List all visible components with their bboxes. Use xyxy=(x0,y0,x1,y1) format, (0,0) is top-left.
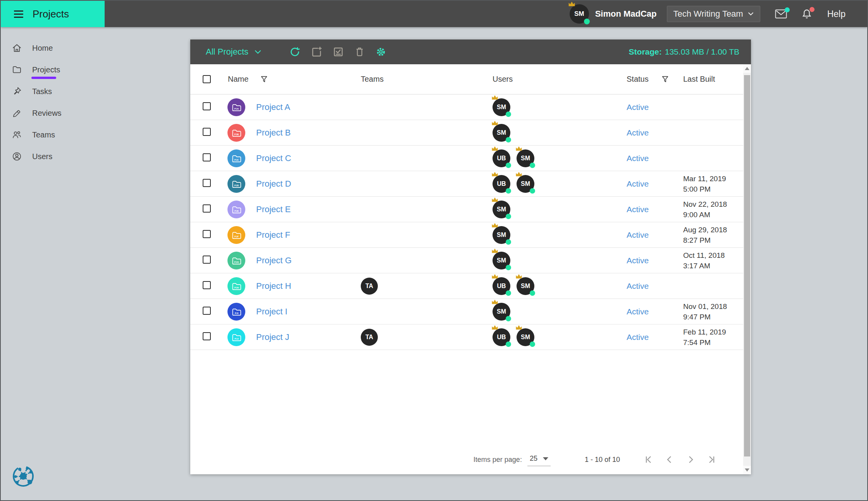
user-circle-icon xyxy=(12,151,22,161)
help-link[interactable]: Help xyxy=(827,9,846,19)
scrollbar-thumb[interactable] xyxy=(744,75,750,456)
settings-button[interactable] xyxy=(375,46,387,58)
notifications-button[interactable] xyxy=(802,9,812,19)
avatar-initials: SM xyxy=(521,180,530,187)
users-cell: SM xyxy=(493,98,620,116)
table-header-row: Name Teams Users Status Last Built xyxy=(190,64,743,94)
sidebar-item-label: Reviews xyxy=(32,109,62,118)
status-link[interactable]: Active xyxy=(627,307,649,316)
avatar-initials: UB xyxy=(497,180,506,187)
project-name-link[interactable]: Project I xyxy=(256,307,288,317)
status-link[interactable]: Active xyxy=(627,281,649,290)
row-checkbox[interactable] xyxy=(203,128,211,136)
next-page-button[interactable] xyxy=(685,454,696,465)
refresh-button[interactable] xyxy=(289,46,301,58)
svg-text:PJE: PJE xyxy=(234,209,239,212)
online-status-dot xyxy=(506,316,511,321)
project-name-link[interactable]: Project H xyxy=(256,281,291,291)
table-row: PJF Project F SM Active Aug 29, 2018 8:2… xyxy=(190,222,743,248)
avatar-initials: UB xyxy=(497,283,506,290)
row-checkbox[interactable] xyxy=(203,179,211,187)
first-page-button[interactable] xyxy=(643,454,654,465)
items-per-page-value: 25 xyxy=(530,455,537,463)
last-built-cell: Nov 22, 2018 9:00 AM xyxy=(682,199,743,220)
row-checkbox[interactable] xyxy=(203,256,211,264)
project-name-link[interactable]: Project C xyxy=(256,153,291,163)
project-name-link[interactable]: Project G xyxy=(256,256,292,266)
storage-indicator: Storage:135.03 MB / 1.00 TB xyxy=(629,47,751,57)
status-link[interactable]: Active xyxy=(627,179,649,188)
project-name-link[interactable]: Project J xyxy=(256,332,289,342)
crown-icon xyxy=(491,95,498,100)
status-link[interactable]: Active xyxy=(627,154,649,163)
page-title: Projects xyxy=(33,8,69,20)
last-page-button[interactable] xyxy=(706,454,717,465)
last-built-time: 7:54 PM xyxy=(683,337,743,348)
status-link[interactable]: Active xyxy=(627,333,649,341)
new-project-button[interactable] xyxy=(311,46,322,58)
row-checkbox[interactable] xyxy=(203,332,211,340)
sidebar-item-home[interactable]: Home xyxy=(1,37,105,59)
project-name-link[interactable]: Project B xyxy=(256,128,291,138)
caret-down-icon xyxy=(543,457,548,460)
delete-button[interactable] xyxy=(354,46,365,58)
status-link[interactable]: Active xyxy=(627,128,649,137)
current-user-initials: SM xyxy=(574,10,584,18)
filter-funnel-icon[interactable] xyxy=(260,75,268,83)
row-checkbox[interactable] xyxy=(203,102,211,110)
project-name-link[interactable]: Project E xyxy=(256,204,291,214)
current-user-avatar[interactable]: SM xyxy=(570,4,589,24)
previous-page-button[interactable] xyxy=(664,454,675,465)
status-link[interactable]: Active xyxy=(627,205,649,214)
project-scope-dropdown[interactable]: All Projects xyxy=(206,47,261,57)
sidebar-item-reviews[interactable]: Reviews xyxy=(1,102,105,124)
project-folder-icon: PJB xyxy=(227,124,245,142)
status-link[interactable]: Active xyxy=(627,230,649,239)
avatar-initials: TA xyxy=(365,334,373,341)
row-checkbox[interactable] xyxy=(203,230,211,238)
project-name-link[interactable]: Project D xyxy=(256,179,291,189)
online-status-dot xyxy=(506,341,511,347)
hamburger-menu-button[interactable] xyxy=(14,10,23,18)
last-built-date: Mar 11, 2019 xyxy=(683,173,743,184)
topbar-right: SM Simon MadCap Tech Writing Team Help xyxy=(570,4,867,24)
avatar-initials: SM xyxy=(521,334,530,341)
bulk-select-button[interactable] xyxy=(332,46,344,58)
project-name-link[interactable]: Project A xyxy=(256,102,290,112)
sidebar-item-users[interactable]: Users xyxy=(1,146,105,167)
vertical-scrollbar[interactable] xyxy=(743,64,751,474)
user-avatar-badge: UB xyxy=(493,175,510,193)
online-status-dot xyxy=(506,112,511,117)
team-selector[interactable]: Tech Writing Team xyxy=(667,6,760,22)
row-checkbox[interactable] xyxy=(203,153,211,161)
filter-funnel-icon[interactable] xyxy=(661,75,669,83)
review-marker-icon xyxy=(12,108,22,118)
svg-text:PJC: PJC xyxy=(234,158,239,161)
status-link[interactable]: Active xyxy=(627,103,649,112)
scroll-down-arrow[interactable] xyxy=(743,466,751,474)
svg-text:PJB: PJB xyxy=(234,133,239,135)
status-link[interactable]: Active xyxy=(627,256,649,265)
avatar-initials: TA xyxy=(365,283,373,290)
table-row: PJE Project E SM Active Nov 22, 2018 9:0… xyxy=(190,197,743,222)
projects-table: Name Teams Users Status Last Built PJA xyxy=(190,64,743,474)
crown-icon xyxy=(515,325,522,330)
sidebar-item-teams[interactable]: Teams xyxy=(1,124,105,146)
column-header-users: Users xyxy=(493,75,513,84)
project-name-link[interactable]: Project F xyxy=(256,230,290,240)
avatar-initials: SM xyxy=(497,257,506,264)
messages-button[interactable] xyxy=(775,9,787,19)
crown-icon xyxy=(491,248,498,253)
project-folder-icon: PJA xyxy=(227,98,245,116)
sidebar-item-tasks[interactable]: Tasks xyxy=(1,81,105,102)
row-checkbox[interactable] xyxy=(203,281,211,289)
avatar-initials: SM xyxy=(497,308,506,315)
app-root: Projects SM Simon MadCap Tech Writing Te… xyxy=(0,0,868,501)
last-built-time: 3:17 AM xyxy=(683,261,743,271)
items-per-page-select[interactable]: 25 xyxy=(527,453,551,466)
select-all-checkbox[interactable] xyxy=(203,75,211,83)
row-checkbox[interactable] xyxy=(203,204,211,213)
scroll-up-arrow[interactable] xyxy=(743,64,751,73)
sidebar-item-projects[interactable]: Projects xyxy=(1,59,105,81)
row-checkbox[interactable] xyxy=(203,307,211,315)
